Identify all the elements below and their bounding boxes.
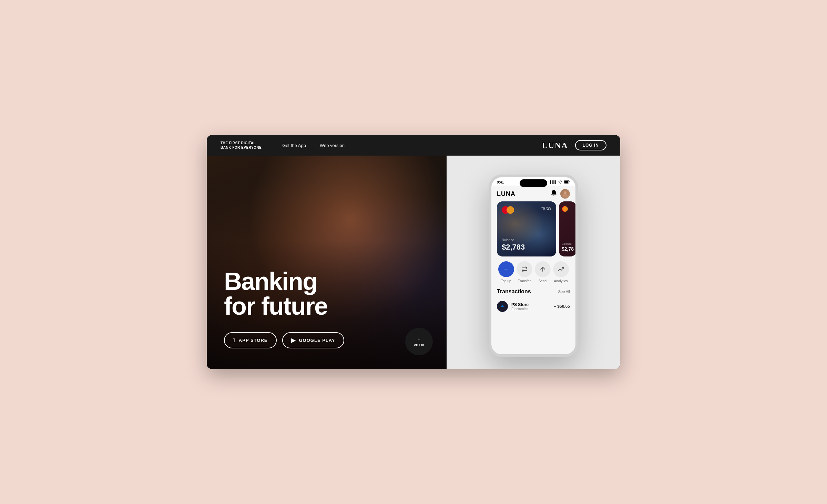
phone-app-header: LUNA xyxy=(491,186,575,201)
analytics-label: Analytics xyxy=(554,279,568,283)
main-card[interactable]: *6729 Balance $2,783 xyxy=(497,201,556,256)
svg-point-5 xyxy=(502,305,503,306)
second-mastercard-icon xyxy=(562,206,573,212)
transaction-info: PS Store Electronics xyxy=(511,302,550,311)
action-transfer[interactable]: Transfer xyxy=(517,261,532,283)
app-logo: LUNA xyxy=(497,190,515,198)
transaction-item[interactable]: PS Store Electronics – $50.65 xyxy=(497,298,570,315)
card-top: *6729 xyxy=(502,206,551,214)
status-icons: ▌▌▌ xyxy=(550,180,570,184)
top-up-icon: + xyxy=(498,261,514,277)
transfer-label: Transfer xyxy=(518,279,531,283)
nav-link-web-version[interactable]: Web version xyxy=(320,143,345,148)
up-top-label: Up Top xyxy=(414,343,424,346)
nav-link-get-app[interactable]: Get the App xyxy=(282,143,306,148)
nav-tagline: THE FIRST DIGITAL BANK FOR EVERYONE xyxy=(221,141,262,150)
phone-mockup: 9:41 ▌▌▌ xyxy=(489,175,578,357)
second-card-balance: $2,78 xyxy=(562,246,573,252)
notification-icon[interactable] xyxy=(551,190,557,198)
app-store-button[interactable]:  APP STORE xyxy=(224,332,277,348)
status-time: 9:41 xyxy=(497,180,504,184)
transfer-icon xyxy=(517,261,532,277)
store-buttons:  APP STORE ▶ GOOGLE PLAY xyxy=(224,332,433,348)
transaction-category: Electronics xyxy=(511,307,550,311)
google-play-button[interactable]: ▶ GOOGLE PLAY xyxy=(282,332,344,348)
login-button[interactable]: LOG IN xyxy=(575,140,606,150)
navbar: THE FIRST DIGITAL BANK FOR EVERYONE Get … xyxy=(207,135,620,156)
see-all-link[interactable]: See All xyxy=(558,290,570,294)
right-panel: 9:41 ▌▌▌ xyxy=(447,156,620,369)
up-top-button[interactable]: ↑ Up Top xyxy=(405,328,433,355)
signal-icon: ▌▌▌ xyxy=(550,180,557,184)
card-number: *6729 xyxy=(541,206,551,210)
card-balance-section: Balance $2,783 xyxy=(502,238,551,252)
second-card-balance-label: Balance xyxy=(562,242,573,245)
hero-title: Banking for future xyxy=(224,269,433,318)
action-buttons: + Top up Transfer xyxy=(491,256,575,286)
transaction-amount: – $50.65 xyxy=(554,304,570,309)
transaction-icon xyxy=(497,301,508,312)
play-icon: ▶ xyxy=(291,337,296,344)
second-card-content: Balance $2,78 xyxy=(559,201,575,256)
nav-links: Get the App Web version xyxy=(282,143,542,148)
send-label: Send xyxy=(539,279,547,283)
left-panel: Banking for future  APP STORE ▶ GOOGLE … xyxy=(207,156,447,369)
wifi-icon xyxy=(558,180,562,184)
phone-app: LUNA xyxy=(491,186,575,354)
top-up-label: Top up xyxy=(501,279,511,283)
phone-header-icons xyxy=(551,189,570,199)
second-mc-right xyxy=(562,206,568,212)
second-card[interactable]: Balance $2,78 xyxy=(559,201,575,256)
mastercard-icon xyxy=(502,206,514,214)
card-balance-label: Balance xyxy=(502,238,551,242)
send-icon xyxy=(535,261,551,277)
hero-content: Banking for future  APP STORE ▶ GOOGLE … xyxy=(224,269,433,348)
transactions-section: Transactions See All xyxy=(491,286,575,354)
user-avatar[interactable] xyxy=(560,189,570,199)
action-send[interactable]: Send xyxy=(535,261,551,283)
battery-icon xyxy=(564,180,570,184)
status-bar: 9:41 ▌▌▌ xyxy=(491,177,575,186)
main-content: Banking for future  APP STORE ▶ GOOGLE … xyxy=(207,156,620,369)
transactions-header: Transactions See All xyxy=(497,288,570,295)
svg-point-3 xyxy=(564,191,566,194)
dynamic-island xyxy=(520,179,547,187)
apple-icon:  xyxy=(233,337,235,344)
transaction-name: PS Store xyxy=(511,302,550,307)
analytics-icon xyxy=(553,261,569,277)
browser-window: THE FIRST DIGITAL BANK FOR EVERYONE Get … xyxy=(207,135,620,369)
second-card-balance-section: Balance $2,78 xyxy=(562,242,573,252)
card-balance-value: $2,783 xyxy=(502,243,551,252)
mc-right-circle xyxy=(507,206,514,214)
nav-brand: LUNA xyxy=(542,141,568,150)
cards-scroll: *6729 Balance $2,783 xyxy=(491,201,575,256)
action-top-up[interactable]: + Top up xyxy=(498,261,514,283)
action-analytics[interactable]: Analytics xyxy=(553,261,569,283)
up-top-arrow-icon: ↑ xyxy=(418,337,420,343)
transactions-title: Transactions xyxy=(497,288,531,295)
svg-rect-1 xyxy=(564,181,568,183)
card-content: *6729 Balance $2,783 xyxy=(497,201,556,256)
